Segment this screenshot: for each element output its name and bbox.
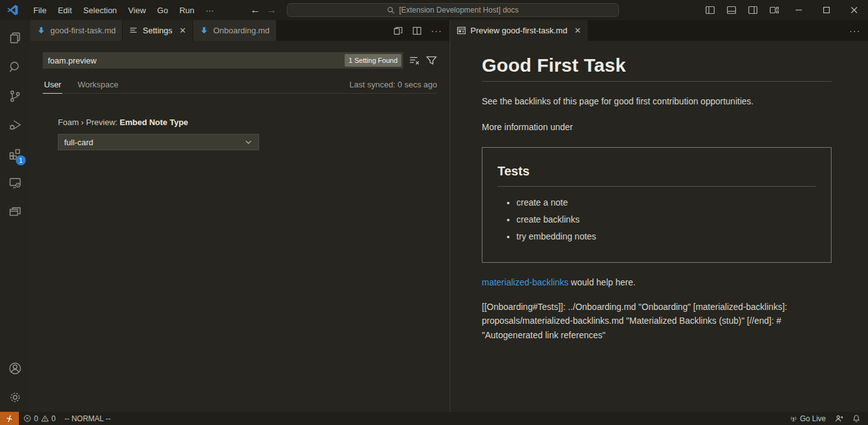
tab-preview-good-first-task[interactable]: Preview good-first-task.md ✕ — [450, 20, 588, 41]
editor-group-right: Preview good-first-task.md ✕ ··· Good Fi… — [450, 20, 868, 412]
setting-foam-preview-embed-note-type: Foam › Preview: Embed Note Type full-car… — [58, 118, 437, 150]
activity-extensions[interactable]: 1 — [0, 140, 30, 168]
remote-indicator[interactable] — [0, 412, 19, 425]
menu-file[interactable]: File — [28, 0, 52, 20]
menu-more[interactable]: ··· — [200, 0, 220, 20]
settings-editor: 1 Setting Found User Workspace Last sync… — [30, 41, 450, 150]
embed-note-type-select[interactable]: full-card — [58, 134, 259, 150]
minimize-button[interactable] — [785, 0, 813, 20]
filter-funnel-icon[interactable] — [426, 55, 437, 66]
activity-source-control[interactable] — [0, 82, 30, 111]
menu-go[interactable]: Go — [152, 0, 174, 20]
more-actions-icon[interactable]: ··· — [431, 25, 442, 36]
activity-bar: 1 — [0, 20, 30, 412]
activity-editor-layouts[interactable] — [0, 197, 30, 226]
materialized-backlinks-link[interactable]: materialized-backlinks — [482, 277, 569, 287]
status-bar: 0 0 -- NORMAL -- Go Live — [0, 412, 868, 425]
preview-title: Good First Task — [482, 55, 832, 82]
open-settings-json-icon[interactable] — [393, 26, 403, 36]
activity-accounts[interactable] — [0, 354, 30, 383]
vim-mode-label: -- NORMAL -- — [64, 414, 111, 423]
menu-view[interactable]: View — [123, 0, 152, 20]
nav-back-icon[interactable]: ← — [250, 5, 260, 15]
customize-layout-icon[interactable] — [769, 5, 779, 15]
activity-settings[interactable] — [0, 383, 30, 412]
toggle-secondary-sidebar-icon[interactable] — [748, 5, 758, 15]
list-item: try embedding notes — [516, 230, 816, 243]
preview-link-paragraph: materialized-backlinks would help here. — [482, 276, 832, 289]
notifications-button[interactable] — [848, 412, 868, 425]
select-value: full-card — [64, 138, 93, 147]
remote-explorer-icon — [8, 175, 23, 190]
activity-remote-explorer[interactable] — [0, 168, 30, 197]
activity-search[interactable] — [0, 53, 30, 82]
notifications-bell-icon — [852, 414, 860, 422]
warning-count: 0 — [52, 414, 56, 423]
command-center-search[interactable]: [Extension Development Host] docs — [287, 3, 619, 17]
tab-settings[interactable]: Settings ✕ — [123, 20, 193, 41]
run-debug-icon — [8, 118, 23, 133]
search-icon — [387, 6, 395, 14]
tab-label: good-first-task.md — [50, 26, 116, 35]
menu-edit[interactable]: Edit — [52, 0, 77, 20]
account-icon — [8, 361, 23, 376]
tab-close-icon[interactable]: ✕ — [574, 26, 581, 35]
settings-scope-tabs: User Workspace Last synced: 0 secs ago — [43, 76, 437, 94]
workbench: 1 — [0, 20, 868, 412]
embedded-note-card: Tests create a note create backlinks try… — [482, 147, 832, 263]
extensions-badge: 1 — [16, 155, 26, 165]
split-editor-icon[interactable] — [412, 26, 422, 36]
toggle-primary-sidebar-icon[interactable] — [705, 5, 715, 15]
tab-good-first-task[interactable]: good-first-task.md — [30, 20, 123, 41]
tab-bar-right: Preview good-first-task.md ✕ ··· — [450, 20, 868, 41]
command-center-label: [Extension Development Host] docs — [399, 6, 518, 14]
tab-label: Settings — [143, 26, 172, 35]
tab-bar-left: good-first-task.md Settings ✕ Onboarding… — [30, 20, 450, 41]
remote-icon — [5, 414, 14, 423]
editor-group-left: good-first-task.md Settings ✕ Onboarding… — [30, 20, 450, 412]
warning-icon — [41, 414, 49, 422]
gear-icon — [8, 390, 23, 405]
search-magnifier-icon — [8, 60, 23, 75]
nav-forward-icon[interactable]: → — [267, 5, 277, 15]
go-live-label: Go Live — [800, 414, 826, 423]
vim-mode-indicator[interactable]: -- NORMAL -- — [60, 412, 115, 425]
activity-explorer[interactable] — [0, 24, 30, 53]
tab-onboarding[interactable]: Onboarding.md — [193, 20, 277, 41]
list-item: create a note — [516, 196, 816, 209]
error-icon — [23, 414, 31, 422]
markdown-preview-icon — [457, 26, 466, 35]
activity-run-debug[interactable] — [0, 111, 30, 140]
clear-search-filters-icon[interactable] — [409, 55, 420, 66]
settings-editor-icon — [129, 26, 138, 35]
setting-title-prefix: Foam › Preview: — [58, 118, 120, 127]
maximize-button[interactable] — [813, 0, 840, 20]
tab-close-icon[interactable]: ✕ — [179, 26, 186, 35]
markdown-file-icon — [36, 26, 46, 35]
setting-title-name: Embed Note Type — [120, 118, 188, 127]
explorer-files-icon — [8, 31, 23, 46]
chevron-down-icon — [244, 138, 253, 146]
toggle-panel-icon[interactable] — [726, 5, 737, 15]
go-live-button[interactable]: Go Live — [785, 412, 830, 425]
last-synced-label: Last synced: 0 secs ago — [350, 80, 437, 89]
title-bar: File Edit Selection View Go Run ··· ← → … — [0, 0, 868, 20]
more-actions-icon[interactable]: ··· — [849, 25, 860, 36]
editor-actions-left: ··· — [386, 20, 450, 41]
editor-actions-right: ··· — [842, 20, 868, 41]
scope-tab-workspace[interactable]: Workspace — [76, 76, 120, 94]
broadcast-icon — [789, 414, 798, 422]
close-window-button[interactable] — [840, 0, 868, 20]
feedback-button[interactable] — [830, 412, 848, 425]
list-item: create backlinks — [516, 213, 816, 226]
close-icon — [850, 6, 858, 14]
scope-tab-user[interactable]: User — [43, 76, 62, 94]
autogenerated-link-references: [[Onboarding#Tests]]: ../Onboarding.md "… — [482, 300, 832, 343]
tab-label: Preview good-first-task.md — [470, 26, 567, 35]
markdown-file-icon — [199, 26, 209, 35]
feedback-person-icon — [835, 414, 843, 423]
menu-run[interactable]: Run — [174, 0, 200, 20]
vscode-logo — [6, 4, 19, 16]
menu-selection[interactable]: Selection — [77, 0, 122, 20]
problems-status[interactable]: 0 0 — [19, 412, 60, 425]
